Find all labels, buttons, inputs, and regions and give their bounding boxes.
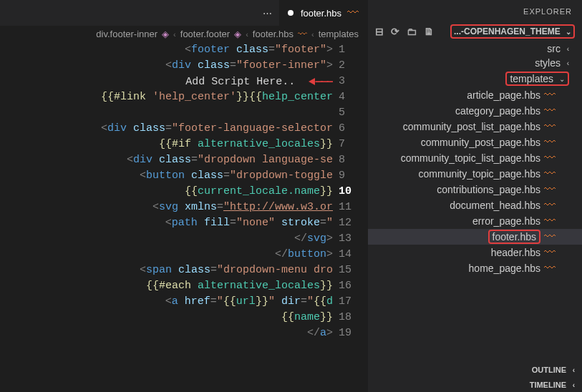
code-line[interactable]: Add Script Here.. ——— — [0, 74, 333, 89]
file-item[interactable]: 〰error_page.hbs — [368, 213, 582, 229]
handlebars-icon: 〰 — [347, 6, 359, 19]
line-number: 19 — [339, 325, 359, 341]
tab-footer-hbs[interactable]: 〰 footer.hbs — [279, 0, 367, 26]
code-line[interactable]: <svg xmlns="http://www.w3.or — [0, 200, 333, 215]
new-folder-icon[interactable]: 🗀 — [407, 26, 417, 37]
handlebars-icon: 〰 — [543, 136, 556, 149]
code-line[interactable]: <span class="dropdown-menu dro — [0, 263, 333, 278]
code-line[interactable]: {{name}} — [0, 310, 333, 325]
new-file-icon[interactable]: 🗎 — [424, 26, 434, 37]
file-item[interactable]: 〰category_page.hbs — [368, 103, 582, 119]
handlebars-icon: 〰 — [543, 215, 556, 227]
code-body[interactable]: <footer class="footer"> <div class="foot… — [0, 42, 333, 392]
line-number: 3 — [339, 74, 359, 89]
chevron-down-icon: ⌄ — [556, 75, 565, 83]
tab-overflow-icon[interactable]: ⋯ — [256, 8, 279, 19]
file-label: community_post_list_page.hbs — [403, 121, 540, 132]
line-number: 16 — [339, 278, 359, 294]
handlebars-icon: 〰 — [543, 104, 556, 117]
folder-src[interactable]: › src — [368, 41, 582, 56]
breadcrumb-part[interactable]: templates — [319, 29, 359, 39]
outline-label: OUTLINE — [532, 366, 566, 374]
handlebars-icon: 〰 — [543, 183, 556, 196]
line-number: 10 — [339, 184, 359, 200]
breadcrumb-part[interactable]: footer.hbs — [253, 29, 294, 39]
code-line[interactable]: <a href="{{url}}" dir="{{d — [0, 294, 333, 310]
chevron-right-icon: › — [566, 366, 575, 374]
code-line[interactable]: </a> — [0, 325, 333, 341]
code-line[interactable]: {{#link 'help_center'}}{{help_center — [0, 89, 333, 105]
line-number: 7 — [339, 137, 359, 152]
line-gutter: 12345678910111213141516171819 — [333, 42, 367, 392]
file-item[interactable]: 〰article_page.hbs — [368, 87, 582, 103]
file-label: home_page.hbs — [469, 263, 540, 274]
file-item[interactable]: 〰home_page.hbs — [368, 260, 582, 276]
file-label: footer.hbs — [488, 231, 541, 242]
line-number: 13 — [339, 231, 359, 247]
collapse-icon[interactable]: ⊟ — [375, 26, 384, 37]
file-item[interactable]: 〰community_topic_list_page.hbs — [368, 150, 582, 166]
code-line[interactable]: </button> — [0, 247, 333, 263]
outline-section[interactable]: › OUTLINE — [368, 362, 582, 377]
refresh-icon[interactable]: ⟳ — [391, 26, 399, 37]
folder-label: styles — [535, 57, 561, 69]
handlebars-icon: 〰 — [543, 120, 556, 133]
code-line[interactable]: <div class="footer-language-selector — [0, 121, 333, 137]
code-line[interactable]: <div class="footer-inner"> — [0, 58, 333, 74]
timeline-section[interactable]: › TIMELINE — [368, 377, 582, 392]
breadcrumb[interactable]: templates › 〰 footer.hbs › ◈ footer.foot… — [0, 26, 367, 42]
line-number: 2 — [339, 58, 359, 74]
line-number: 17 — [339, 294, 359, 310]
line-number: 9 — [339, 168, 359, 184]
code-line[interactable]: {{current_locale.name}} — [0, 184, 333, 200]
code-line[interactable]: {{#if alternative_locales}} — [0, 137, 333, 152]
code-line[interactable]: <button class="dropdown-toggle — [0, 168, 333, 184]
breadcrumb-part[interactable]: div.footer-inner — [96, 29, 157, 39]
code-line[interactable]: <div class="dropdown language-se — [0, 152, 333, 168]
folder-styles[interactable]: › styles — [368, 56, 582, 70]
code-line[interactable] — [0, 105, 333, 121]
file-label: error_page.hbs — [472, 215, 540, 227]
line-number: 4 — [339, 89, 359, 105]
breadcrumb-part[interactable]: footer.footer — [180, 29, 230, 39]
handlebars-icon: 〰 — [543, 199, 556, 212]
modified-indicator — [288, 10, 294, 16]
code-line[interactable]: </svg> — [0, 231, 333, 247]
handlebars-icon: 〰 — [543, 230, 556, 243]
file-item[interactable]: 〰community_post_page.hbs — [368, 134, 582, 150]
symbol-icon: ◈ — [162, 29, 169, 39]
folder-label: templates — [510, 73, 553, 84]
chevron-icon: › — [246, 30, 248, 39]
project-header[interactable]: ⌄ COPENHAGEN_THEME-... 🗎 🗀 ⟳ ⊟ — [368, 21, 582, 41]
handlebars-icon: 〰 — [543, 167, 556, 180]
line-number: 5 — [339, 105, 359, 121]
handlebars-icon: 〰 — [543, 246, 556, 259]
file-item[interactable]: 〰document_head.hbs — [368, 197, 582, 213]
line-number: 1 — [339, 42, 359, 58]
explorer-sidebar: EXPLORER ⌄ COPENHAGEN_THEME-... 🗎 🗀 ⟳ ⊟ … — [367, 0, 582, 392]
tab-bar: 〰 footer.hbs ⋯ — [0, 0, 367, 26]
line-number: 8 — [339, 152, 359, 168]
code-line[interactable]: <path fill="none" stroke=" — [0, 215, 333, 231]
folder-templates[interactable]: ⌄ templates — [368, 70, 582, 87]
chevron-icon: › — [311, 30, 314, 39]
file-tree: › src › styles ⌄ templates 〰article_page… — [368, 41, 582, 362]
file-label: community_topic_page.hbs — [419, 168, 540, 180]
file-item[interactable]: 〰contributions_page.hbs — [368, 182, 582, 197]
file-item[interactable]: 〰community_post_list_page.hbs — [368, 119, 582, 134]
line-number: 6 — [339, 121, 359, 137]
line-number: 14 — [339, 247, 359, 263]
tab-label: footer.hbs — [301, 8, 341, 19]
file-item[interactable]: 〰community_topic_page.hbs — [368, 166, 582, 182]
code-line[interactable]: <footer class="footer"> — [0, 42, 333, 58]
line-number: 18 — [339, 310, 359, 325]
file-item[interactable]: 〰footer.hbs — [368, 229, 582, 245]
file-item[interactable]: 〰header.hbs — [368, 245, 582, 260]
handlebars-icon: 〰 — [543, 152, 556, 165]
handlebars-icon: 〰 — [543, 89, 556, 102]
code-editor[interactable]: 12345678910111213141516171819 <footer cl… — [0, 42, 367, 392]
file-label: header.hbs — [491, 247, 540, 258]
chevron-right-icon: › — [561, 59, 569, 67]
symbol-icon: ◈ — [234, 29, 241, 39]
code-line[interactable]: {{#each alternative_locales}} — [0, 278, 333, 294]
